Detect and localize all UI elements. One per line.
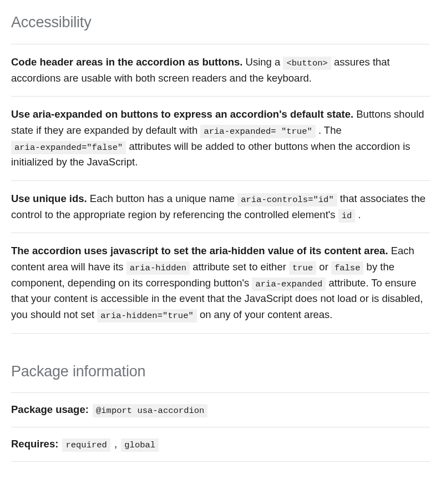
inline-code: @import usa-accordion — [93, 404, 207, 417]
accessibility-text: on any of your content areas. — [197, 309, 333, 320]
inline-code: required — [62, 439, 110, 452]
accessibility-text: . — [355, 209, 361, 220]
inline-code: false — [331, 261, 364, 275]
accessibility-item: Use unique ids. Each button has a unique… — [11, 180, 430, 233]
inline-code: <button> — [283, 57, 331, 70]
inline-code: aria-expanded — [252, 278, 326, 291]
accessibility-text: Using a — [242, 56, 283, 68]
accessibility-text: Each button has a unique name — [87, 193, 238, 204]
package-requires-row: Requires: required , global — [11, 427, 430, 462]
accessibility-item: Use aria-expanded on buttons to express … — [11, 96, 430, 181]
accessibility-bold: The accordion uses javascript to set the… — [11, 245, 388, 256]
spacer — [11, 334, 430, 360]
inline-code: aria-controls="id" — [237, 193, 337, 206]
separator: , — [111, 438, 120, 450]
accessibility-text: attribute set to either — [190, 261, 289, 273]
inline-code: aria-expanded="false" — [11, 141, 126, 154]
package-info-heading: Package information — [11, 360, 430, 384]
inline-code: true — [289, 261, 316, 275]
accessibility-bold: Use aria-expanded on buttons to express … — [11, 108, 353, 120]
package-usage-row: Package usage: @import usa-accordion — [11, 392, 430, 427]
inline-code: id — [338, 209, 356, 223]
accessibility-item-body: Use unique ids. Each button has a unique… — [11, 193, 425, 220]
accessibility-item: Code header areas in the accordion as bu… — [11, 44, 430, 97]
inline-code: aria-hidden="true" — [97, 309, 196, 322]
inline-code: global — [121, 439, 159, 452]
package-requires-label: Requires: — [11, 438, 58, 450]
accessibility-bold: Code header areas in the accordion as bu… — [11, 56, 242, 68]
accessibility-text: or — [316, 261, 331, 273]
accessibility-item-body: Use aria-expanded on buttons to express … — [11, 108, 424, 168]
accessibility-heading: Accessibility — [11, 11, 430, 34]
inline-code: aria-hidden — [126, 261, 190, 275]
accessibility-item-body: The accordion uses javascript to set the… — [11, 245, 423, 320]
inline-code: aria-expanded= "true" — [200, 125, 315, 138]
package-usage-label: Package usage: — [11, 404, 89, 415]
accessibility-item-body: Code header areas in the accordion as bu… — [11, 56, 390, 84]
accessibility-text: . The — [316, 124, 342, 136]
accessibility-bold: Use unique ids. — [11, 193, 87, 204]
accessibility-item: The accordion uses javascript to set the… — [11, 233, 430, 333]
